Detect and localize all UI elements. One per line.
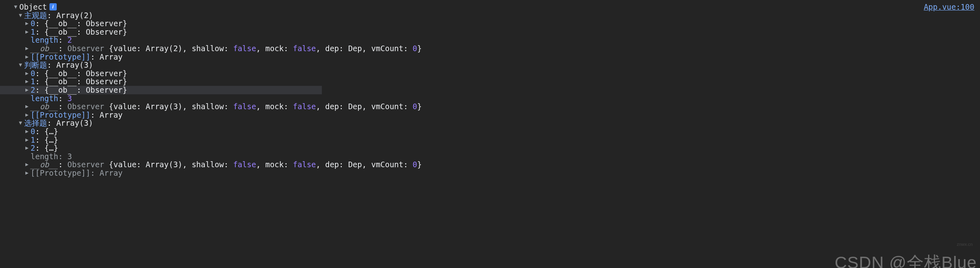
tree-row[interactable]: 2: {__ob__: Observer} xyxy=(0,86,322,94)
tree-row[interactable]: 1: {__ob__: Observer} xyxy=(0,28,980,36)
chevron-right-icon[interactable] xyxy=(24,44,30,53)
chevron-down-icon[interactable] xyxy=(18,61,23,69)
chevron-right-icon[interactable] xyxy=(24,102,30,111)
chevron-right-icon[interactable] xyxy=(24,77,30,86)
chevron-right-icon[interactable] xyxy=(24,19,30,28)
object-root-row[interactable]: Object i xyxy=(0,3,980,11)
tree-row[interactable]: [[Prototype]]: Array xyxy=(0,111,980,119)
chevron-right-icon[interactable] xyxy=(24,144,30,152)
watermark-small: znwx.cn xyxy=(957,240,973,249)
chevron-right-icon[interactable] xyxy=(24,127,30,136)
tree-row[interactable]: length: 3 xyxy=(0,152,980,161)
chevron-right-icon[interactable] xyxy=(24,28,30,36)
tree-row[interactable]: 选择题: Array(3) xyxy=(0,119,980,127)
chevron-right-icon[interactable] xyxy=(24,160,30,169)
tree-row[interactable]: 1: {__ob__: Observer} xyxy=(0,77,980,86)
chevron-down-icon[interactable] xyxy=(18,11,23,20)
tree-row[interactable]: 0: {…} xyxy=(0,127,980,136)
tree-row[interactable]: length: 2 xyxy=(0,36,980,44)
watermark: CSDN @全栈Blue xyxy=(835,259,977,267)
tree-row[interactable]: __ob__: Observer {value: Array(2), shall… xyxy=(0,44,980,53)
info-icon[interactable]: i xyxy=(49,3,57,10)
tree-row[interactable]: [[Prototype]]: Array xyxy=(0,53,980,61)
chevron-right-icon[interactable] xyxy=(24,86,30,94)
tree-row[interactable]: __ob__: Observer {value: Array(3), shall… xyxy=(0,160,980,169)
source-link[interactable]: App.vue:100 xyxy=(924,3,974,11)
tree-row[interactable]: __ob__: Observer {value: Array(3), shall… xyxy=(0,102,980,111)
tree-row[interactable]: 0: {__ob__: Observer} xyxy=(0,69,980,78)
chevron-right-icon[interactable] xyxy=(24,136,30,144)
chevron-right-icon[interactable] xyxy=(24,53,30,61)
chevron-down-icon[interactable] xyxy=(18,119,23,127)
tree-row[interactable]: [[Prototype]]: Array xyxy=(0,169,980,177)
console-output: Object i 主观题: Array(2)0: {__ob__: Observ… xyxy=(0,0,980,177)
chevron-right-icon[interactable] xyxy=(24,69,30,78)
tree-row[interactable]: 1: {…} xyxy=(0,136,980,144)
root-label: Object xyxy=(19,3,47,11)
tree-body: 主观题: Array(2)0: {__ob__: Observer}1: {__… xyxy=(0,11,980,177)
chevron-right-icon[interactable] xyxy=(24,111,30,119)
chevron-down-icon[interactable] xyxy=(13,3,19,11)
tree-row[interactable]: 2: {…} xyxy=(0,144,980,152)
tree-row[interactable]: 0: {__ob__: Observer} xyxy=(0,19,980,28)
tree-row[interactable]: 主观题: Array(2) xyxy=(0,11,980,20)
tree-row[interactable]: length: 3 xyxy=(0,94,980,103)
chevron-right-icon[interactable] xyxy=(24,169,30,177)
tree-row[interactable]: 判断题: Array(3) xyxy=(0,61,980,69)
